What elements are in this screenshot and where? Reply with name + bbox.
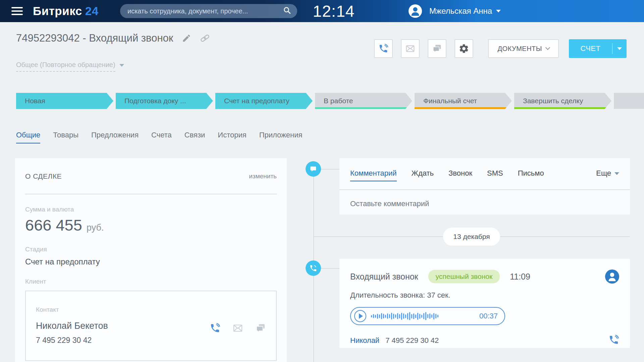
tab-history[interactable]: История <box>218 131 246 143</box>
tab-general[interactable]: Общие <box>16 131 40 143</box>
tab-quotes[interactable]: Предложения <box>91 131 139 143</box>
call-user-avatar[interactable] <box>605 269 619 284</box>
amount-value: 666 455 руб. <box>25 216 277 234</box>
tab-apps[interactable]: Приложения <box>259 131 303 143</box>
deal-info-card: О СДЕЛКЕ изменить Сумма и валюта 666 455… <box>15 158 287 362</box>
header-actions: ДОКУМЕНТЫ СЧЕТ <box>374 39 627 58</box>
client-label: Клиент <box>25 278 277 285</box>
composer-tab-comment[interactable]: Комментарий <box>350 169 397 181</box>
mail-icon <box>405 44 415 54</box>
search-input[interactable] <box>127 7 283 15</box>
stage-chip-prepayment[interactable]: Счет на предоплату <box>215 93 313 109</box>
call-time: 11:09 <box>510 272 530 282</box>
documents-button-label: ДОКУМЕНТЫ <box>497 45 542 53</box>
chat-icon[interactable] <box>255 323 266 334</box>
audio-player: 00:37 <box>350 307 505 325</box>
topbar: Битрикс24 12:14 Мжельская Анна <box>0 0 644 22</box>
chevron-down-icon <box>617 47 622 50</box>
call-entry-card: Входящий звонок успешный звонок 11:09 Дл… <box>339 259 630 348</box>
audio-waveform[interactable] <box>371 311 438 321</box>
composer-tab-letter[interactable]: Письмо <box>518 169 544 181</box>
call-button[interactable] <box>374 39 393 58</box>
comment-composer-card: Комментарий Ждать Звонок SMS Письмо Еще … <box>339 158 630 215</box>
menu-icon[interactable] <box>11 5 23 17</box>
chat-icon <box>432 44 442 54</box>
timeline: Комментарий Ждать Звонок SMS Письмо Еще … <box>339 158 630 348</box>
edit-deal-link[interactable]: изменить <box>249 173 277 180</box>
amount-label: Сумма и валюта <box>25 206 277 213</box>
mail-icon[interactable] <box>232 323 243 334</box>
pipeline-selector[interactable]: Общее (Повторное обращение) <box>16 61 124 72</box>
stage-label: Завершить сделку <box>523 97 583 105</box>
divider <box>500 236 630 237</box>
stage-chip-in-progress[interactable]: В работе <box>315 93 412 109</box>
invoice-dropdown[interactable] <box>612 47 627 50</box>
page-title-row: 74952293042 - Входящий звонок <box>16 32 210 44</box>
comment-input[interactable]: Оставьте комментарий <box>350 199 619 208</box>
pipeline-selector-label: Общее (Повторное обращение) <box>16 61 115 72</box>
user-menu[interactable]: Мжельская Анна <box>409 4 501 18</box>
timeline-connector <box>321 268 339 269</box>
copy-link-icon[interactable] <box>200 33 210 43</box>
call-contact-name[interactable]: Николай <box>350 336 379 345</box>
logo-text: Битрикс <box>33 4 82 17</box>
stage-field-value: Счет на предоплату <box>25 257 277 266</box>
invoice-button[interactable]: СЧЕТ <box>569 39 627 58</box>
call-timeline-icon <box>306 260 321 276</box>
composer-more-menu[interactable]: Еще <box>596 169 619 178</box>
call-duration: Длительность звонка: 37 сек. <box>350 291 619 300</box>
phone-icon <box>608 335 619 345</box>
global-search <box>120 4 297 18</box>
chevron-down-icon <box>119 64 124 67</box>
stage-chip-final-invoice[interactable]: Финальный счет <box>415 93 512 109</box>
bitrix24-deal-page: Битрикс24 12:14 Мжельская Анна 749522930… <box>0 0 644 362</box>
chevron-down-icon <box>614 172 619 175</box>
documents-button[interactable]: ДОКУМЕНТЫ <box>488 39 559 58</box>
call-title: Входящий звонок <box>350 272 418 282</box>
deal-tabs: Общие Товары Предложения Счета Связи Ист… <box>16 131 302 143</box>
chevron-down-icon <box>545 45 550 50</box>
divider <box>339 189 630 190</box>
phone-icon[interactable] <box>210 323 220 334</box>
audio-duration: 00:37 <box>479 312 498 320</box>
search-icon[interactable] <box>283 6 291 16</box>
tab-relations[interactable]: Связи <box>184 131 205 143</box>
stage-chip-overflow <box>614 93 644 109</box>
stage-label: Финальный счет <box>423 97 477 105</box>
chevron-down-icon <box>496 10 501 12</box>
composer-tab-wait[interactable]: Ждать <box>412 169 434 181</box>
stage-chip-docs[interactable]: Подготовка доку ... <box>116 93 213 109</box>
phone-icon <box>378 44 388 54</box>
person-icon <box>605 269 619 284</box>
tab-invoices[interactable]: Счета <box>151 131 172 143</box>
tab-products[interactable]: Товары <box>53 131 78 143</box>
date-divider: 13 декабря <box>313 227 630 246</box>
edit-icon[interactable] <box>182 34 191 43</box>
chat-button[interactable] <box>428 39 446 58</box>
mail-button[interactable] <box>401 39 420 58</box>
deal-card-title: О СДЕЛКЕ <box>25 172 62 180</box>
page-title: 74952293042 - Входящий звонок <box>16 32 173 44</box>
contact-name[interactable]: Николай Бекетов <box>36 321 210 331</box>
stage-label: Счет на предоплату <box>224 97 289 105</box>
speech-bubble-icon <box>309 165 317 173</box>
composer-tab-sms[interactable]: SMS <box>487 169 503 181</box>
gear-icon <box>459 43 469 54</box>
call-status-badge: успешный звонок <box>428 270 500 283</box>
play-button[interactable] <box>354 310 366 322</box>
user-avatar-icon <box>409 4 422 18</box>
call-contact-phone: 7 495 229 30 42 <box>385 336 439 345</box>
divider <box>25 194 277 194</box>
settings-button[interactable] <box>454 39 473 58</box>
stage-chip-close-deal[interactable]: Завершить сделку <box>514 93 611 109</box>
divider <box>313 236 443 237</box>
contact-phone: 7 495 229 30 42 <box>36 336 210 345</box>
pipeline-stages: Новая Подготовка доку ... Счет на предоп… <box>16 93 644 109</box>
composer-tab-call[interactable]: Звонок <box>448 169 472 181</box>
app-logo[interactable]: Битрикс24 <box>33 4 99 18</box>
date-pill: 13 декабря <box>443 228 500 246</box>
user-name: Мжельская Анна <box>429 6 492 16</box>
clock[interactable]: 12:14 <box>304 2 364 20</box>
stage-chip-new[interactable]: Новая <box>16 93 113 109</box>
callback-button[interactable] <box>608 335 619 347</box>
